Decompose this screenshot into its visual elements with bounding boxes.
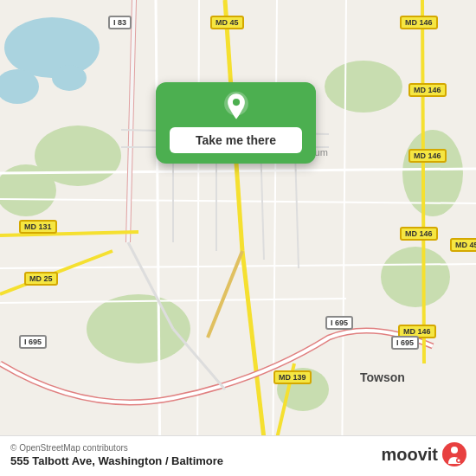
svg-point-6: [325, 61, 402, 113]
svg-point-40: [451, 447, 458, 453]
road-badge-md45-mid: MD 45: [450, 238, 476, 252]
road-badge-i695-mid: I 695: [325, 316, 353, 330]
svg-line-33: [173, 329, 225, 389]
svg-point-0: [4, 17, 100, 78]
svg-point-5: [87, 294, 190, 363]
road-badge-md146-r2: MD 146: [408, 149, 447, 163]
svg-point-42: [458, 460, 460, 462]
take-me-there-button[interactable]: Take me there: [170, 127, 302, 153]
road-badge-md45-top: MD 45: [210, 16, 244, 29]
city-label-towson: Towson: [360, 370, 405, 384]
road-badge-md139: MD 139: [273, 370, 312, 384]
svg-line-15: [197, 0, 199, 476]
svg-point-38: [232, 99, 239, 106]
road-badge-md146-top: MD 146: [400, 16, 438, 29]
map-container: nium I 83 MD 45 MD 146 MD 146 MD 146 MD …: [0, 0, 476, 476]
svg-line-34: [208, 251, 242, 338]
svg-point-8: [381, 247, 450, 307]
road-badge-md25: MD 25: [24, 272, 58, 286]
popup-card: Take me there: [156, 82, 316, 164]
road-badge-i695-right: I 695: [391, 336, 419, 350]
moovit-icon: [441, 441, 467, 467]
moovit-logo: moovit: [381, 441, 467, 467]
road-badge-i695-left: I 695: [19, 335, 47, 349]
road-badge-i83: I 83: [108, 16, 132, 29]
svg-line-13: [0, 299, 346, 303]
map-pin-icon: [221, 91, 252, 122]
moovit-text-label: moovit: [381, 445, 438, 465]
road-badge-md146-r3: MD 146: [400, 227, 438, 241]
svg-line-14: [156, 0, 160, 476]
svg-point-2: [52, 65, 87, 91]
road-badge-md146-r1: MD 146: [408, 83, 447, 97]
svg-line-16: [273, 0, 277, 476]
road-badge-md131: MD 131: [19, 220, 57, 234]
svg-line-24: [422, 0, 424, 363]
